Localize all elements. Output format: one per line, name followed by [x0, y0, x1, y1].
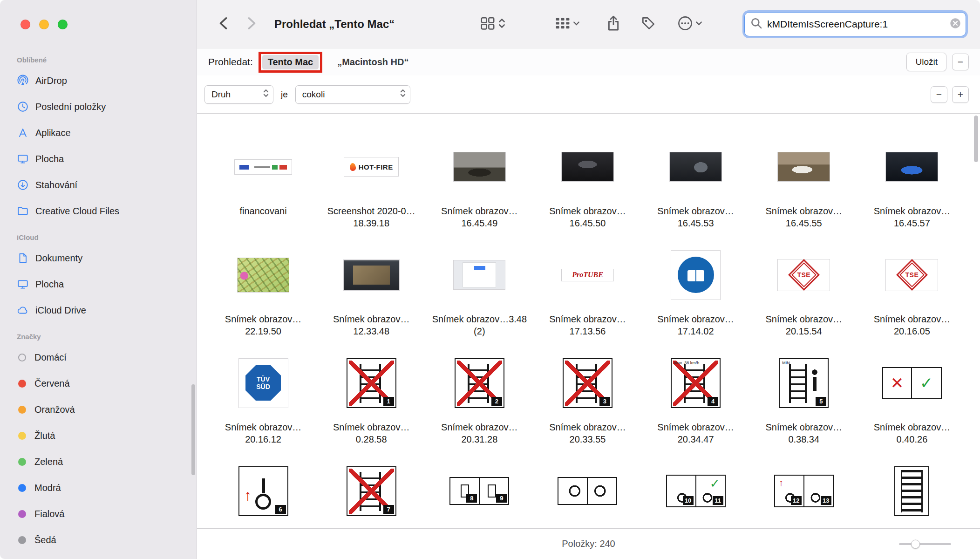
file-name: Snímek obrazov…0.28.58: [323, 421, 420, 445]
sidebar-scrollbar[interactable]: [191, 384, 195, 475]
file-item[interactable]: TSESnímek obrazov…20.16.05: [858, 240, 966, 348]
search-field[interactable]: [744, 12, 966, 36]
thumbnail-area: TSE: [777, 240, 830, 309]
file-item[interactable]: 3Snímek obrazov…20.33.55: [533, 348, 641, 457]
file-item[interactable]: Snímek obrazov… 17.14.02: [642, 240, 750, 348]
file-item[interactable]: Snímek obrazov…3.48 (2): [425, 240, 533, 348]
chevron-updown-icon: [400, 88, 406, 101]
sidebar-item-fialov[interactable]: Fialová: [12, 501, 190, 527]
file-item[interactable]: ProTUBESnímek obrazov… 17.13.56: [533, 240, 641, 348]
clear-search-button[interactable]: [950, 18, 961, 30]
sidebar-item-oran-ov[interactable]: Oranžová: [12, 396, 190, 423]
sidebar-item-plocha[interactable]: Plocha: [12, 271, 190, 297]
sidebar-item-modr[interactable]: Modrá: [12, 475, 190, 501]
sidebar-item-label: Plocha: [35, 279, 64, 290]
file-item[interactable]: MIN.5Snímek obrazov…0.38.34: [750, 348, 858, 457]
sidebar-item-lut[interactable]: Žlutá: [12, 423, 190, 449]
forward-button[interactable]: [245, 16, 258, 32]
file-item[interactable]: 1213: [750, 457, 858, 528]
sidebar-item-dokumenty[interactable]: Dokumenty: [12, 245, 190, 271]
remove-scope-button[interactable]: −: [952, 54, 969, 70]
sidebar-item-plocha[interactable]: Plocha: [12, 146, 190, 172]
thumbnail-area: [894, 457, 929, 525]
slider-knob[interactable]: [911, 539, 920, 548]
file-item[interactable]: TSESnímek obrazov…20.15.54: [750, 240, 858, 348]
thumbnail-area: [343, 240, 400, 309]
back-button[interactable]: [218, 16, 230, 32]
file-item[interactable]: Snímek obrazov…16.45.49: [425, 132, 533, 240]
thumbnail-area: [669, 132, 722, 201]
tags-button[interactable]: [641, 16, 655, 32]
sidebar-section-title: Oblíbené: [17, 56, 190, 64]
file-item[interactable]: Max. 38 km/h4Snímek obrazov…20.34.47: [642, 348, 750, 457]
thumbnail-area: [237, 240, 289, 309]
sidebar-item-ed[interactable]: Šedá: [12, 527, 190, 553]
thumbnail-area: 2: [455, 348, 504, 417]
sidebar-item-posledn-polo-ky[interactable]: Poslední položky: [12, 94, 190, 120]
criteria-attribute-dropdown[interactable]: Druh: [204, 85, 273, 104]
clear-circle-icon: [950, 18, 961, 30]
tag-circle-icon: [18, 432, 26, 440]
group-grid-icon: [555, 17, 570, 31]
sidebar-item-stahov-n[interactable]: Stahování: [12, 172, 190, 198]
sidebar-item-zelen[interactable]: Zelená: [12, 449, 190, 475]
thumbnail-area: TSE: [885, 240, 938, 309]
file-thumbnail: [234, 159, 292, 175]
file-name: Snímek obrazov…20.15.54: [755, 313, 852, 337]
toolbar: Prohledat „Tento Mac“: [197, 0, 980, 48]
zoom-button[interactable]: [58, 20, 68, 29]
search-criteria-row: Druh je cokoli − +: [197, 75, 980, 114]
file-item[interactable]: 7: [317, 457, 425, 528]
more-actions-button[interactable]: [678, 16, 702, 32]
file-thumbnail: [343, 259, 400, 291]
scope-this-mac[interactable]: Tento Mac: [262, 55, 319, 69]
group-by-button[interactable]: [555, 17, 580, 31]
file-thumbnail: 89: [449, 477, 509, 505]
file-item[interactable]: 2Snímek obrazov…20.31.28: [425, 348, 533, 457]
search-input[interactable]: [766, 18, 946, 30]
file-item[interactable]: Snímek obrazov…16.45.53: [642, 132, 750, 240]
sidebar-item-dom-c[interactable]: Domácí: [12, 344, 190, 370]
file-item[interactable]: 6: [209, 457, 317, 528]
window-title: Prohledat „Tento Mac“: [274, 18, 395, 31]
file-item[interactable]: Snímek obrazov…16.45.57: [858, 132, 966, 240]
thumbnail-text: ProTUBE: [572, 271, 603, 279]
file-item[interactable]: Snímek obrazov…12.33.48: [317, 240, 425, 348]
remove-criteria-button[interactable]: −: [931, 86, 947, 103]
sidebar-item-creative-cloud-files[interactable]: Creative Cloud Files: [12, 198, 190, 224]
view-options-button[interactable]: [480, 17, 506, 31]
scope-macintosh-hd[interactable]: „Macintosh HD“: [334, 56, 411, 68]
file-item[interactable]: Snímek obrazov…16.45.55: [750, 132, 858, 240]
pictogram-number-badge: 6: [275, 505, 286, 514]
sidebar-item-erven[interactable]: Červená: [12, 370, 190, 396]
thumbnail-size-slider[interactable]: [899, 539, 951, 549]
sidebar-item-aplikace[interactable]: Aplikace: [12, 120, 190, 146]
sidebar-item-airdrop[interactable]: AirDrop: [12, 68, 190, 94]
file-item[interactable]: Snímek obrazov…0.40.26: [858, 348, 966, 457]
file-thumbnail: [885, 152, 938, 182]
file-item[interactable]: financovani: [209, 132, 317, 240]
file-item[interactable]: Snímek obrazov…22.19.50: [209, 240, 317, 348]
thumbnail-area: 89: [449, 457, 509, 525]
pictogram-number-badge: 8: [466, 494, 477, 503]
file-item[interactable]: TÜV SÜDSnímek obrazov… 20.16.12: [209, 348, 317, 457]
file-item[interactable]: [858, 457, 966, 528]
file-item[interactable]: 1011: [642, 457, 750, 528]
file-name: Snímek obrazov…0.40.26: [864, 421, 960, 445]
file-item[interactable]: Snímek obrazov…16.45.50: [533, 132, 641, 240]
close-button[interactable]: [20, 20, 30, 29]
sidebar-item-label: Poslední položky: [35, 102, 106, 112]
thumbnail-area: 1213: [774, 457, 834, 525]
minimize-button[interactable]: [39, 20, 49, 29]
file-item[interactable]: [533, 457, 641, 528]
file-item[interactable]: 89: [425, 457, 533, 528]
share-button[interactable]: [607, 15, 620, 33]
save-search-button[interactable]: Uložit: [906, 53, 946, 71]
add-criteria-button[interactable]: +: [952, 86, 969, 103]
file-item[interactable]: HOT-FIREScreenshot 2020-0… 18.39.18: [317, 132, 425, 240]
content-scrollbar[interactable]: [974, 116, 978, 162]
file-item[interactable]: 1Snímek obrazov…0.28.58: [317, 348, 425, 457]
thumbnail-area: MIN.5: [779, 348, 829, 417]
criteria-value-dropdown[interactable]: cokoli: [295, 85, 410, 104]
sidebar-item-icloud-drive[interactable]: iCloud Drive: [12, 297, 190, 323]
